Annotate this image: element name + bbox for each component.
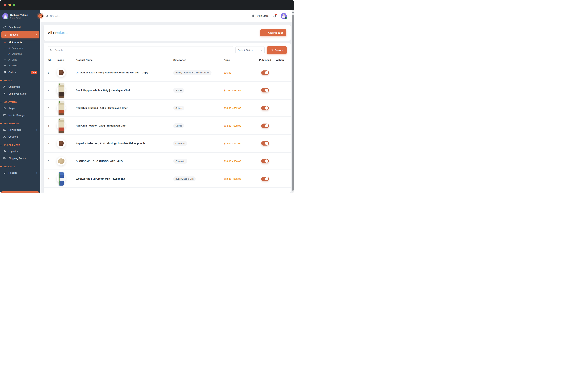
row-actions-menu[interactable]: [280, 161, 280, 161]
product-image: [57, 117, 66, 134]
table-row: 6 BLOSSOMS - DUO CHOCOLATE - 4KG Chocola…: [44, 153, 291, 170]
search-icon: [271, 49, 273, 52]
published-toggle[interactable]: [261, 88, 269, 92]
chevron-right-icon: ›: [36, 171, 37, 174]
product-name: Woolworths Full Cream Milk Powder 1kg: [76, 177, 173, 180]
sidebar-collapse-button[interactable]: ‹: [38, 13, 43, 18]
published-toggle[interactable]: [261, 159, 269, 163]
published-toggle[interactable]: [261, 124, 269, 128]
category-chip: Chocolate: [173, 159, 187, 164]
user-profile[interactable]: Richard Toland Super Admin: [0, 12, 40, 20]
row-actions-menu[interactable]: [280, 178, 280, 179]
category-chip: Spices: [173, 123, 184, 128]
submenu-all-taxes[interactable]: All Taxes: [0, 63, 40, 68]
online-status-dot: [285, 17, 287, 19]
notifications-button[interactable]: [273, 14, 276, 18]
product-price: $18.00 - $32.00: [224, 107, 255, 109]
product-price: $12.00 - $26.00: [224, 177, 255, 180]
row-actions-menu[interactable]: [280, 90, 280, 91]
user-role: Super Admin: [10, 17, 28, 19]
sidebar-item-media-manager[interactable]: Media Manager: [0, 112, 40, 119]
section-fulfillment: FULFILLMENT: [0, 144, 40, 146]
published-toggle[interactable]: [261, 106, 269, 110]
category-chip: Bakery Products & Gelatine Leaves: [173, 70, 211, 75]
add-product-button[interactable]: Add Product: [260, 29, 286, 36]
bar-chart-icon: [3, 171, 6, 174]
sidebar-item-reports[interactable]: Reports ›: [0, 169, 40, 176]
sidebar-item-customers[interactable]: Customers: [0, 83, 40, 90]
status-select[interactable]: Select Status: [235, 46, 265, 54]
table-row: 4 Red Chili Powder - 100g | Himalayan Ch…: [44, 117, 291, 135]
sidebar-item-logistics[interactable]: Logistics: [0, 148, 40, 155]
online-status-dot: [7, 18, 9, 20]
folder-icon: [3, 114, 6, 117]
row-actions-menu[interactable]: [280, 72, 280, 73]
global-search-input[interactable]: [50, 15, 100, 17]
sidebar-item-dashboard[interactable]: Dashboard: [0, 24, 40, 31]
new-badge: New: [31, 71, 37, 74]
close-window-button[interactable]: [4, 4, 6, 6]
section-users: USERS: [0, 80, 40, 82]
topbar: Visit Store: [40, 10, 294, 22]
sidebar-item-pages[interactable]: Pages: [0, 105, 40, 112]
page-content: All Products Add Product Select Status: [40, 22, 294, 193]
titlebar: [0, 0, 294, 10]
published-toggle[interactable]: [261, 141, 269, 146]
user-avatar: [2, 13, 8, 19]
scrollbar-thumb[interactable]: [292, 15, 294, 191]
table-row: 5 Superior Selection, 72% drinking choco…: [44, 135, 291, 153]
published-toggle[interactable]: [261, 70, 269, 75]
sidebar-item-shipping-zones[interactable]: Shipping Zones: [0, 155, 40, 162]
topbar-avatar[interactable]: [281, 13, 287, 19]
visit-store-link[interactable]: Visit Store: [252, 14, 269, 18]
category-chip: Butter/Ghee & Milk: [173, 176, 196, 181]
pages-icon: [3, 107, 6, 110]
chevron-right-icon: ›: [36, 128, 37, 131]
row-actions-menu[interactable]: [280, 108, 280, 108]
product-name: Black Pepper Whole - 100g | Himalayan Ch…: [76, 89, 173, 92]
product-name: Superior Selection, 72% drinking chocola…: [76, 142, 173, 145]
published-toggle[interactable]: [261, 177, 269, 181]
product-price: $10.00 - $30.00: [224, 160, 255, 163]
shopping-bag-icon: [3, 33, 6, 36]
table-search-input[interactable]: [48, 46, 233, 54]
search-button[interactable]: Search: [267, 46, 287, 54]
product-price: $14.00 - $23.00: [224, 142, 255, 145]
table-row: 2 Black Pepper Whole - 100g | Himalayan …: [44, 82, 291, 100]
submenu-all-products[interactable]: All Products: [0, 39, 40, 45]
row-actions-menu[interactable]: [280, 143, 280, 144]
sidebar-item-newsletters[interactable]: Newsletters ›: [0, 126, 40, 133]
table-row: 7 Woolworths Full Cream Milk Powder 1kg …: [44, 170, 291, 188]
sidebar-item-products[interactable]: Products ›: [1, 31, 39, 38]
chevron-right-icon: ›: [36, 33, 37, 36]
category-chip: Spices: [173, 88, 184, 93]
sidebar-item-employee-staffs[interactable]: Employee Staffs: [0, 90, 40, 97]
product-name: Dr. Oetker Extra Strong Red Food Colouri…: [76, 71, 173, 74]
globe-icon: [252, 14, 255, 18]
caret-down-icon: [260, 50, 262, 51]
scissors-icon: [3, 135, 6, 138]
section-reports: REPORTS: [0, 166, 40, 168]
sidebar: Richard Toland Super Admin Dashboard Pro…: [0, 10, 40, 193]
category-chip: Spices: [173, 106, 184, 110]
row-actions-menu[interactable]: [280, 125, 280, 126]
product-name: Red Chili Powder - 100g | Himalayan Chef: [76, 124, 173, 127]
scroll-up-arrow[interactable]: [292, 11, 294, 13]
page-title: All Products: [48, 31, 67, 35]
user-name: Richard Toland: [10, 14, 28, 17]
vertical-scrollbar: [292, 10, 294, 193]
user-check-icon: [3, 92, 6, 95]
search-icon: [50, 49, 53, 52]
maximize-window-button[interactable]: [13, 4, 15, 6]
minimize-window-button[interactable]: [8, 4, 11, 6]
product-image: [57, 170, 66, 187]
sidebar-item-coupons[interactable]: Coupons: [0, 133, 40, 140]
submenu-all-units[interactable]: All Units: [0, 57, 40, 63]
truck-icon: [3, 157, 6, 160]
sidebar-item-orders[interactable]: Orders New: [0, 69, 40, 76]
product-image: [57, 100, 66, 116]
submenu-all-variations[interactable]: All Variations: [0, 51, 40, 57]
submenu-all-categories[interactable]: All Categories: [0, 45, 40, 51]
product-name: BLOSSOMS - DUO CHOCOLATE - 4KG: [76, 159, 173, 163]
app-window: Richard Toland Super Admin Dashboard Pro…: [0, 0, 294, 193]
